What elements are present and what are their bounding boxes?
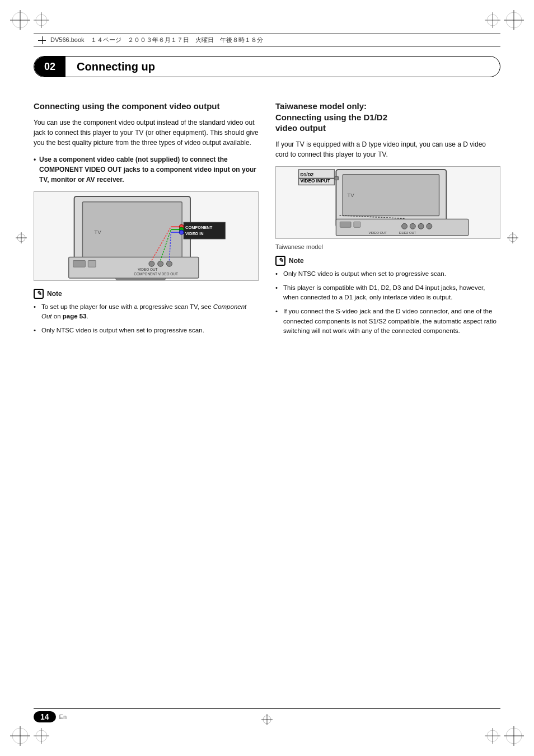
left-section-title: Connecting using the component video out… <box>34 101 259 112</box>
top-info-bar: DV566.book １４ページ ２００３年６月１７日 火曜日 午後８時１８分 <box>34 34 500 46</box>
right-section-title: Taiwanese model only:Connecting using th… <box>275 101 500 134</box>
reg-mark-bl2 <box>31 726 51 746</box>
svg-point-29 <box>158 261 163 266</box>
reg-mark-tl <box>10 10 30 30</box>
svg-text:D1/D2 OUT: D1/D2 OUT <box>399 231 416 234</box>
right-note-item-3: If you connect the S-video jack and the … <box>275 307 500 336</box>
corner-circle-tr <box>483 10 503 30</box>
corner-circle-tl <box>31 10 51 30</box>
margin-crosshair-right <box>507 232 518 243</box>
svg-point-48 <box>402 223 407 229</box>
svg-text:VIDEO OUT: VIDEO OUT <box>138 267 157 271</box>
main-content: Connecting using the component video out… <box>34 90 500 689</box>
right-note-item-1: Only NTSC video is output when set to pr… <box>275 269 500 279</box>
reg-mark-br2 <box>483 726 503 746</box>
svg-text:COMPONENT: COMPONENT <box>185 225 213 230</box>
tw-model-label: Taiwanese model <box>275 243 500 250</box>
note-icon-right: ✎ <box>275 256 285 266</box>
file-info-text: DV566.book １４ページ ２００３年６月１７日 火曜日 午後８時１８分 <box>50 36 263 44</box>
tw-diagram-svg: D1/D2 VIDEO INPUT TV <box>276 167 500 238</box>
left-bullet-item: Use a component video cable (not supplie… <box>34 154 259 185</box>
chapter-header: 02 Connecting up <box>34 56 500 77</box>
chapter-title: Connecting up <box>65 60 155 73</box>
margin-crosshair-left <box>16 232 27 243</box>
svg-point-28 <box>149 261 154 266</box>
page-number: 14 <box>34 711 56 722</box>
right-note-header: ✎ Note <box>275 256 500 266</box>
svg-rect-26 <box>73 260 86 267</box>
svg-point-30 <box>167 261 172 266</box>
chapter-number: 02 <box>34 57 65 77</box>
svg-text:VIDEO IN: VIDEO IN <box>185 231 203 236</box>
svg-rect-47 <box>354 222 360 227</box>
svg-point-24 <box>179 230 184 234</box>
left-diagram: TV COMPONENT VIDEO IN <box>34 191 259 281</box>
svg-point-50 <box>418 223 424 229</box>
svg-text:VIDEO OUT: VIDEO OUT <box>369 231 387 234</box>
left-column: Connecting using the component video out… <box>34 90 259 689</box>
bottom-bar: 14 En <box>34 708 500 722</box>
svg-text:COMPONENT VIDEO OUT: COMPONENT VIDEO OUT <box>134 272 178 276</box>
note-icon-left: ✎ <box>34 289 44 299</box>
svg-text:D1/D2: D1/D2 <box>300 171 313 177</box>
right-note-item-2: This player is compatible with D1, D2, D… <box>275 283 500 303</box>
tw-diagram: D1/D2 VIDEO INPUT TV <box>275 166 500 239</box>
reg-mark-br <box>504 726 524 746</box>
right-note-box: ✎ Note Only NTSC video is output when se… <box>275 256 500 336</box>
left-note-item-2: Only NTSC video is output when set to pr… <box>34 326 259 335</box>
svg-point-51 <box>427 223 432 229</box>
svg-rect-43 <box>334 176 339 180</box>
left-note-box: ✎ Note To set up the player for use with… <box>34 289 259 336</box>
svg-rect-40 <box>343 174 439 215</box>
left-diagram-svg: TV COMPONENT VIDEO IN <box>34 192 258 280</box>
right-note-label: Note <box>289 257 304 265</box>
svg-text:TV: TV <box>94 229 101 235</box>
crosshair-icon <box>38 36 46 44</box>
reg-mark-tr <box>504 10 524 30</box>
svg-rect-46 <box>340 222 351 227</box>
svg-text:TV: TV <box>347 192 354 198</box>
right-section-body: If your TV is equipped with a D type vid… <box>275 139 500 159</box>
svg-point-49 <box>410 223 415 229</box>
page-lang: En <box>59 713 67 720</box>
right-column: Taiwanese model only:Connecting using th… <box>275 90 500 689</box>
left-note-header: ✎ Note <box>34 289 259 299</box>
left-section-body: You can use the component video output i… <box>34 118 259 148</box>
svg-rect-27 <box>88 260 96 267</box>
reg-mark-bl <box>10 726 30 746</box>
left-note-item-1: To set up the player for use with a prog… <box>34 302 259 322</box>
left-note-label: Note <box>47 290 62 298</box>
